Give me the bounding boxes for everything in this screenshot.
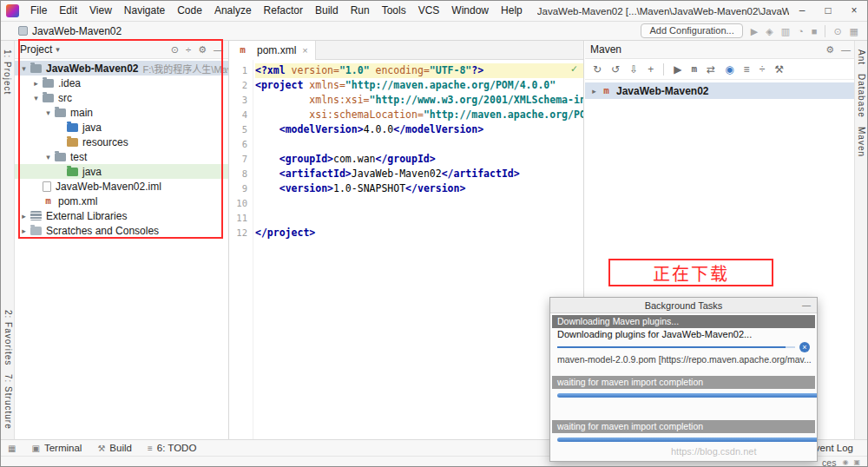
run-maven-build-icon[interactable]: ▶ <box>674 62 681 76</box>
stripe-favorites[interactable]: 2: Favorites <box>3 310 13 365</box>
maven-settings-icon[interactable]: ⚒ <box>774 62 784 76</box>
editor-tab-pom-xml[interactable]: m pom.xml × <box>229 41 316 60</box>
minimize-icon[interactable]: — <box>802 298 811 313</box>
stop-icon[interactable]: ■ <box>812 24 818 38</box>
expand-arrow-icon[interactable]: ▸ <box>18 227 30 235</box>
menu-code[interactable]: Code <box>171 1 208 21</box>
ui-toggle-icon[interactable]: ▣ <box>853 458 860 466</box>
tree-node-javaweb-maven02-iml[interactable]: JavaWeb-Maven02.iml <box>15 179 228 194</box>
run-icon[interactable]: ▶ <box>751 24 758 38</box>
maximize-button[interactable]: □ <box>815 1 841 21</box>
hide-panel-icon[interactable]: — <box>214 44 223 56</box>
maven-project-node[interactable]: ▸ m JavaWeb-Maven02 <box>585 82 856 99</box>
tree-label: .idea <box>58 77 81 89</box>
settings-gear-icon[interactable]: ⚙ <box>198 44 207 56</box>
hide-panel-icon[interactable]: — <box>841 44 851 56</box>
debug-icon[interactable]: ◈ <box>766 24 773 38</box>
tree-node-idea[interactable]: ▸.idea <box>15 76 228 90</box>
toolwindow-todo[interactable]: ≡6: TODO <box>148 443 196 453</box>
menu-run[interactable]: Run <box>345 1 376 21</box>
minimize-button[interactable]: – <box>789 1 815 21</box>
line-number: 10 <box>229 196 253 211</box>
ide-window: FileEditViewNavigateCodeAnalyzeRefactorB… <box>0 0 868 467</box>
stripe-structure[interactable]: 7: Structure <box>3 374 13 430</box>
menu-refactor[interactable]: Refactor <box>258 1 309 21</box>
collapse-all-icon[interactable]: ÷ <box>186 44 191 56</box>
background-tasks-titlebar[interactable]: Background Tasks — <box>550 298 817 313</box>
tree-node-test[interactable]: ▾test <box>15 149 228 164</box>
expand-arrow-icon[interactable]: ▸ <box>18 212 30 220</box>
project-tree: ▾JavaWeb-Maven02F:\我的程序人生\Maven\Ja▸.idea… <box>15 59 228 238</box>
execute-goal-icon[interactable]: m <box>691 63 697 75</box>
locate-file-icon[interactable]: ⊙ <box>171 44 179 56</box>
stripe-database[interactable]: Database <box>857 74 866 118</box>
menu-edit[interactable]: Edit <box>53 1 83 21</box>
task-progress-waiting-2 <box>557 437 818 442</box>
tree-node-src[interactable]: ▾src <box>15 90 228 105</box>
event-bell-icon[interactable]: ◉ <box>842 458 848 466</box>
show-profiles-icon[interactable]: ≡ <box>744 62 750 76</box>
menu-help[interactable]: Help <box>495 1 529 21</box>
inspections-ok-icon[interactable]: ✓ <box>571 62 577 75</box>
close-button[interactable]: × <box>841 1 867 21</box>
toolwindow-terminal[interactable]: ▣Terminal <box>31 443 82 453</box>
add-maven-project-icon[interactable]: + <box>648 62 654 76</box>
profiler-icon[interactable]: ◔ <box>798 24 804 38</box>
tree-node-javaweb-maven02[interactable]: ▾JavaWeb-Maven02F:\我的程序人生\Maven\Ja <box>15 61 228 76</box>
menu-file[interactable]: File <box>24 1 53 21</box>
line-number: 9 <box>229 181 253 196</box>
close-tab-icon[interactable]: × <box>302 45 307 56</box>
expand-arrow-icon[interactable]: ▾ <box>18 64 30 73</box>
code-lines: <?xml version="1.0" encoding="UTF-8"?><p… <box>255 60 583 240</box>
toggle-offline-icon[interactable]: ⇄ <box>707 62 715 76</box>
maven-toolbar: ↻↺⇩+▶m⇄◉≡÷⚒ <box>585 59 856 80</box>
expand-arrow-icon[interactable]: ▾ <box>43 109 54 117</box>
menu-view[interactable]: View <box>83 1 118 21</box>
add-configuration-button[interactable]: Add Configuration... <box>641 23 742 38</box>
menu-vcs[interactable]: VCS <box>412 1 446 21</box>
stripe-maven[interactable]: Maven <box>857 127 866 157</box>
code-editor[interactable]: 123456789101112 <?xml version="1.0" enco… <box>229 60 583 439</box>
cancel-task-icon[interactable]: × <box>799 342 810 352</box>
collapse-all-icon[interactable]: ÷ <box>760 62 766 76</box>
expand-arrow-icon[interactable]: ▸ <box>30 79 42 88</box>
settings-gear-icon[interactable]: ⚙ <box>825 44 834 56</box>
menu-tools[interactable]: Tools <box>376 1 412 21</box>
expand-arrow-icon[interactable]: ▸ <box>589 87 600 95</box>
coverage-icon[interactable]: ▥ <box>781 24 790 38</box>
stripe-ant[interactable]: Ant <box>857 49 866 65</box>
stripe-toggle-icon[interactable]: ▦ <box>8 444 16 453</box>
expand-arrow-icon[interactable]: ▾ <box>30 94 42 102</box>
skip-tests-icon[interactable]: ◉ <box>725 62 733 76</box>
tree-node-external-libraries[interactable]: ▸External Libraries <box>15 208 228 223</box>
menu-bar: FileEditViewNavigateCodeAnalyzeRefactorB… <box>24 1 529 21</box>
tree-node-java[interactable]: java <box>15 120 228 135</box>
search-everywhere-icon[interactable]: ⊙ <box>833 24 841 38</box>
layout-icon[interactable]: ▦ <box>850 24 858 38</box>
project-breadcrumb[interactable]: JavaWeb-Maven02 <box>32 25 122 37</box>
download-sources-icon[interactable]: ⇩ <box>629 62 638 76</box>
menu-window[interactable]: Window <box>445 1 495 21</box>
tree-node-java[interactable]: java <box>15 164 228 179</box>
tree-node-scratches-and-consoles[interactable]: ▸Scratches and Consoles <box>15 223 228 238</box>
task-progress-waiting-1 <box>557 393 818 398</box>
menu-analyze[interactable]: Analyze <box>208 1 258 21</box>
generate-sources-icon[interactable]: ↺ <box>611 62 620 76</box>
tree-node-pom-xml[interactable]: mpom.xml <box>15 194 228 208</box>
maven-node-label: JavaWeb-Maven02 <box>616 85 709 97</box>
expand-arrow-icon[interactable]: ▾ <box>43 153 54 161</box>
line-number: 7 <box>229 152 253 167</box>
tree-node-main[interactable]: ▾main <box>15 105 228 120</box>
project-panel-title[interactable]: Project <box>20 43 52 56</box>
toolwindow-build[interactable]: ⚒Build <box>97 443 132 453</box>
stripe-project[interactable]: 1: Project <box>3 49 12 95</box>
progress-fill <box>557 346 786 348</box>
toolwindow-terminal-icon: ▣ <box>31 444 39 453</box>
path-hint: F:\我的程序人生\Maven\Ja <box>143 62 230 76</box>
chevron-down-icon[interactable]: ▾ <box>56 45 60 54</box>
tree-node-resources[interactable]: resources <box>15 135 228 149</box>
menu-build[interactable]: Build <box>309 1 345 21</box>
reimport-icon[interactable]: ↻ <box>593 62 602 76</box>
menu-navigate[interactable]: Navigate <box>118 1 171 21</box>
window-title: JavaWeb-Maven02 [...\Maven\JavaWeb-Maven… <box>537 6 789 16</box>
